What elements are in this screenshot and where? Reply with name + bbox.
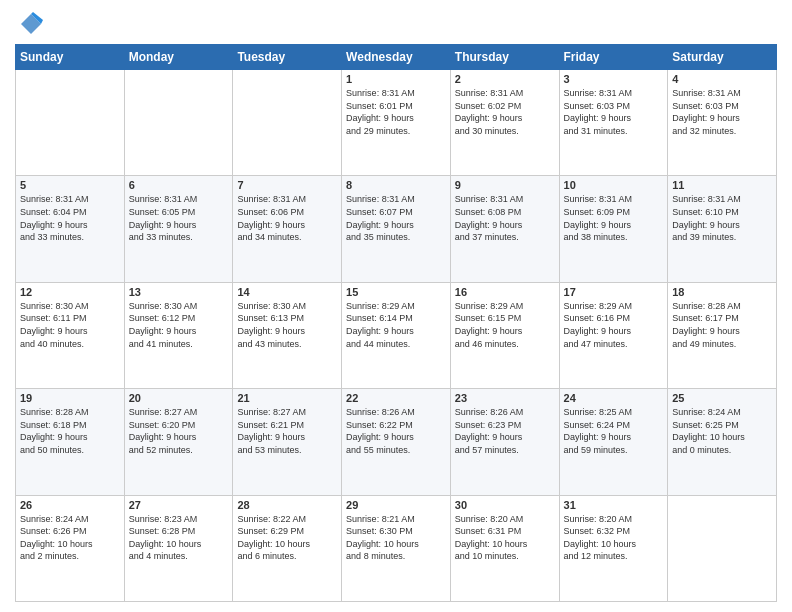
day-info: Sunrise: 8:31 AM Sunset: 6:03 PM Dayligh…	[564, 87, 664, 137]
calendar-cell: 20Sunrise: 8:27 AM Sunset: 6:20 PM Dayli…	[124, 389, 233, 495]
calendar-cell: 9Sunrise: 8:31 AM Sunset: 6:08 PM Daylig…	[450, 176, 559, 282]
day-info: Sunrise: 8:31 AM Sunset: 6:01 PM Dayligh…	[346, 87, 446, 137]
day-number: 18	[672, 286, 772, 298]
week-row-3: 19Sunrise: 8:28 AM Sunset: 6:18 PM Dayli…	[16, 389, 777, 495]
day-number: 27	[129, 499, 229, 511]
day-info: Sunrise: 8:31 AM Sunset: 6:07 PM Dayligh…	[346, 193, 446, 243]
day-number: 13	[129, 286, 229, 298]
day-info: Sunrise: 8:20 AM Sunset: 6:31 PM Dayligh…	[455, 513, 555, 563]
day-number: 7	[237, 179, 337, 191]
day-info: Sunrise: 8:23 AM Sunset: 6:28 PM Dayligh…	[129, 513, 229, 563]
day-info: Sunrise: 8:31 AM Sunset: 6:05 PM Dayligh…	[129, 193, 229, 243]
calendar-cell: 11Sunrise: 8:31 AM Sunset: 6:10 PM Dayli…	[668, 176, 777, 282]
day-info: Sunrise: 8:24 AM Sunset: 6:25 PM Dayligh…	[672, 406, 772, 456]
day-info: Sunrise: 8:31 AM Sunset: 6:10 PM Dayligh…	[672, 193, 772, 243]
calendar-cell	[668, 495, 777, 601]
calendar-cell: 24Sunrise: 8:25 AM Sunset: 6:24 PM Dayli…	[559, 389, 668, 495]
day-header-thursday: Thursday	[450, 45, 559, 70]
calendar-cell: 18Sunrise: 8:28 AM Sunset: 6:17 PM Dayli…	[668, 282, 777, 388]
day-info: Sunrise: 8:25 AM Sunset: 6:24 PM Dayligh…	[564, 406, 664, 456]
calendar-cell	[16, 70, 125, 176]
day-number: 1	[346, 73, 446, 85]
day-number: 28	[237, 499, 337, 511]
day-header-sunday: Sunday	[16, 45, 125, 70]
day-number: 20	[129, 392, 229, 404]
day-info: Sunrise: 8:30 AM Sunset: 6:11 PM Dayligh…	[20, 300, 120, 350]
day-header-wednesday: Wednesday	[342, 45, 451, 70]
calendar-cell: 6Sunrise: 8:31 AM Sunset: 6:05 PM Daylig…	[124, 176, 233, 282]
day-info: Sunrise: 8:28 AM Sunset: 6:18 PM Dayligh…	[20, 406, 120, 456]
day-info: Sunrise: 8:31 AM Sunset: 6:04 PM Dayligh…	[20, 193, 120, 243]
day-number: 26	[20, 499, 120, 511]
logo	[15, 10, 47, 38]
day-info: Sunrise: 8:26 AM Sunset: 6:23 PM Dayligh…	[455, 406, 555, 456]
calendar: SundayMondayTuesdayWednesdayThursdayFrid…	[15, 44, 777, 602]
calendar-cell: 31Sunrise: 8:20 AM Sunset: 6:32 PM Dayli…	[559, 495, 668, 601]
calendar-cell: 12Sunrise: 8:30 AM Sunset: 6:11 PM Dayli…	[16, 282, 125, 388]
day-number: 5	[20, 179, 120, 191]
day-number: 19	[20, 392, 120, 404]
day-info: Sunrise: 8:29 AM Sunset: 6:16 PM Dayligh…	[564, 300, 664, 350]
day-header-monday: Monday	[124, 45, 233, 70]
day-number: 22	[346, 392, 446, 404]
day-info: Sunrise: 8:27 AM Sunset: 6:21 PM Dayligh…	[237, 406, 337, 456]
calendar-cell: 28Sunrise: 8:22 AM Sunset: 6:29 PM Dayli…	[233, 495, 342, 601]
calendar-cell: 19Sunrise: 8:28 AM Sunset: 6:18 PM Dayli…	[16, 389, 125, 495]
week-row-1: 5Sunrise: 8:31 AM Sunset: 6:04 PM Daylig…	[16, 176, 777, 282]
day-info: Sunrise: 8:30 AM Sunset: 6:13 PM Dayligh…	[237, 300, 337, 350]
day-info: Sunrise: 8:31 AM Sunset: 6:03 PM Dayligh…	[672, 87, 772, 137]
day-info: Sunrise: 8:29 AM Sunset: 6:15 PM Dayligh…	[455, 300, 555, 350]
day-number: 2	[455, 73, 555, 85]
week-row-0: 1Sunrise: 8:31 AM Sunset: 6:01 PM Daylig…	[16, 70, 777, 176]
day-number: 30	[455, 499, 555, 511]
calendar-cell: 17Sunrise: 8:29 AM Sunset: 6:16 PM Dayli…	[559, 282, 668, 388]
day-number: 9	[455, 179, 555, 191]
page: SundayMondayTuesdayWednesdayThursdayFrid…	[0, 0, 792, 612]
week-row-2: 12Sunrise: 8:30 AM Sunset: 6:11 PM Dayli…	[16, 282, 777, 388]
day-number: 15	[346, 286, 446, 298]
day-number: 23	[455, 392, 555, 404]
day-number: 29	[346, 499, 446, 511]
day-number: 16	[455, 286, 555, 298]
day-number: 17	[564, 286, 664, 298]
calendar-cell: 26Sunrise: 8:24 AM Sunset: 6:26 PM Dayli…	[16, 495, 125, 601]
calendar-cell: 22Sunrise: 8:26 AM Sunset: 6:22 PM Dayli…	[342, 389, 451, 495]
day-number: 31	[564, 499, 664, 511]
day-info: Sunrise: 8:31 AM Sunset: 6:06 PM Dayligh…	[237, 193, 337, 243]
day-number: 11	[672, 179, 772, 191]
calendar-cell: 4Sunrise: 8:31 AM Sunset: 6:03 PM Daylig…	[668, 70, 777, 176]
calendar-cell: 30Sunrise: 8:20 AM Sunset: 6:31 PM Dayli…	[450, 495, 559, 601]
day-number: 21	[237, 392, 337, 404]
calendar-cell: 5Sunrise: 8:31 AM Sunset: 6:04 PM Daylig…	[16, 176, 125, 282]
day-number: 25	[672, 392, 772, 404]
calendar-cell: 7Sunrise: 8:31 AM Sunset: 6:06 PM Daylig…	[233, 176, 342, 282]
logo-icon	[15, 10, 43, 38]
day-number: 4	[672, 73, 772, 85]
day-info: Sunrise: 8:29 AM Sunset: 6:14 PM Dayligh…	[346, 300, 446, 350]
day-header-saturday: Saturday	[668, 45, 777, 70]
day-info: Sunrise: 8:22 AM Sunset: 6:29 PM Dayligh…	[237, 513, 337, 563]
day-number: 12	[20, 286, 120, 298]
header	[15, 10, 777, 38]
day-header-tuesday: Tuesday	[233, 45, 342, 70]
calendar-cell: 3Sunrise: 8:31 AM Sunset: 6:03 PM Daylig…	[559, 70, 668, 176]
calendar-cell: 8Sunrise: 8:31 AM Sunset: 6:07 PM Daylig…	[342, 176, 451, 282]
calendar-cell	[124, 70, 233, 176]
day-number: 24	[564, 392, 664, 404]
calendar-cell: 2Sunrise: 8:31 AM Sunset: 6:02 PM Daylig…	[450, 70, 559, 176]
day-info: Sunrise: 8:31 AM Sunset: 6:09 PM Dayligh…	[564, 193, 664, 243]
calendar-cell: 25Sunrise: 8:24 AM Sunset: 6:25 PM Dayli…	[668, 389, 777, 495]
day-info: Sunrise: 8:20 AM Sunset: 6:32 PM Dayligh…	[564, 513, 664, 563]
week-row-4: 26Sunrise: 8:24 AM Sunset: 6:26 PM Dayli…	[16, 495, 777, 601]
calendar-cell: 29Sunrise: 8:21 AM Sunset: 6:30 PM Dayli…	[342, 495, 451, 601]
day-info: Sunrise: 8:31 AM Sunset: 6:02 PM Dayligh…	[455, 87, 555, 137]
day-header-friday: Friday	[559, 45, 668, 70]
calendar-cell	[233, 70, 342, 176]
day-info: Sunrise: 8:30 AM Sunset: 6:12 PM Dayligh…	[129, 300, 229, 350]
day-info: Sunrise: 8:28 AM Sunset: 6:17 PM Dayligh…	[672, 300, 772, 350]
calendar-cell: 10Sunrise: 8:31 AM Sunset: 6:09 PM Dayli…	[559, 176, 668, 282]
day-info: Sunrise: 8:26 AM Sunset: 6:22 PM Dayligh…	[346, 406, 446, 456]
calendar-cell: 15Sunrise: 8:29 AM Sunset: 6:14 PM Dayli…	[342, 282, 451, 388]
day-info: Sunrise: 8:27 AM Sunset: 6:20 PM Dayligh…	[129, 406, 229, 456]
calendar-cell: 23Sunrise: 8:26 AM Sunset: 6:23 PM Dayli…	[450, 389, 559, 495]
